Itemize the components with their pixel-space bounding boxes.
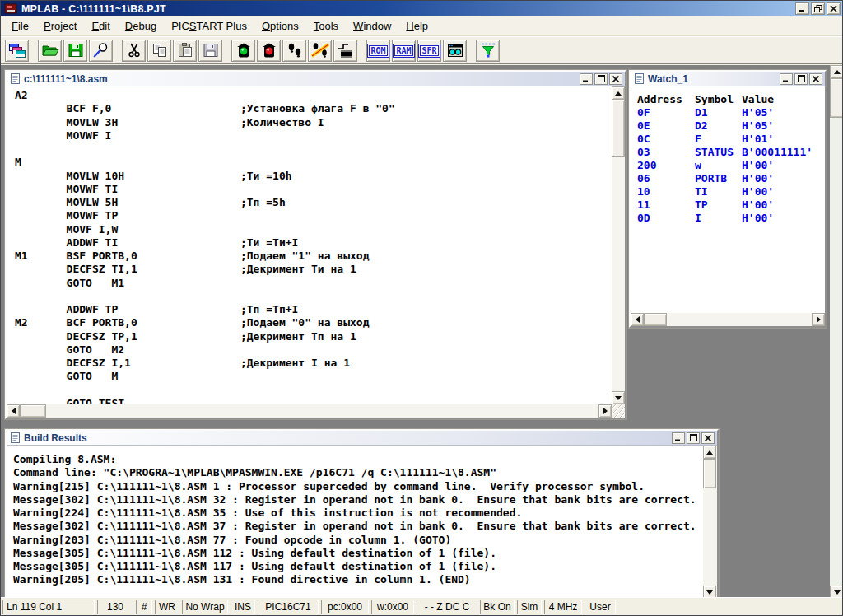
menu-item[interactable]: PICSTART Plus <box>164 17 254 35</box>
sfr-window-button[interactable]: SFR <box>417 40 441 62</box>
scrollbar-thumb[interactable] <box>703 459 716 488</box>
build-title-bar[interactable]: Build Results <box>7 431 717 446</box>
column-header-symbol: Symbol <box>695 93 742 106</box>
menu-item[interactable]: Edit <box>84 17 117 35</box>
scroll-up-button[interactable] <box>830 65 843 78</box>
menu-item[interactable]: Help <box>398 17 435 35</box>
watch-header-row: Address Symbol Value <box>637 93 825 106</box>
cascade-windows-button[interactable] <box>5 40 29 62</box>
scroll-left-button[interactable] <box>7 404 20 418</box>
watch-value: H'00' <box>742 198 774 212</box>
code-editor[interactable]: A2 BCF F,0 ;Установка флага F в "0" MOVL… <box>7 86 612 404</box>
editor-vertical-scrollbar[interactable] <box>612 86 625 404</box>
close-button[interactable] <box>827 2 841 15</box>
watch-row[interactable]: 0F D1 H'05' <box>637 106 825 119</box>
build-window-title: Build Results <box>24 432 668 444</box>
filter-trace-button[interactable] <box>476 40 500 62</box>
open-file-button[interactable] <box>38 40 62 62</box>
minimize-button[interactable] <box>580 73 593 85</box>
editor-horizontal-scrollbar[interactable] <box>7 404 612 418</box>
menu-item[interactable]: File <box>4 17 36 35</box>
document-icon <box>634 72 645 85</box>
find-button[interactable] <box>89 40 113 62</box>
maximize-button[interactable] <box>794 73 808 85</box>
watch-row[interactable]: 06 PORTB H'00' <box>637 172 825 185</box>
menu-item[interactable]: Project <box>36 17 84 35</box>
copy-button[interactable] <box>147 40 171 62</box>
watch-address: 03 <box>637 146 695 159</box>
watch-window-button[interactable] <box>443 40 467 62</box>
cut-button[interactable] <box>122 40 146 62</box>
scroll-up-button[interactable] <box>703 446 716 459</box>
watch-title-bar[interactable]: Watch_1 <box>631 72 825 86</box>
watch-row[interactable]: 200 w H'00' <box>637 159 825 172</box>
magnifier-icon <box>92 42 110 58</box>
status-cell: # <box>136 600 152 614</box>
maximize-button[interactable] <box>594 73 608 85</box>
save-floppy-icon <box>67 42 85 58</box>
scrollbar-thumb[interactable] <box>20 404 46 418</box>
reset-button[interactable] <box>333 40 357 62</box>
run-button[interactable] <box>231 40 255 62</box>
build-vertical-scrollbar[interactable] <box>703 446 717 599</box>
watch-row[interactable]: 0D I H'00' <box>637 212 825 225</box>
status-cell: 4 MHz <box>544 600 582 614</box>
build-output[interactable]: Compiling 8.ASM: Command line: "C:\PROGR… <box>7 446 703 599</box>
watch-horizontal-scrollbar[interactable] <box>631 313 825 326</box>
down-arrow-icon <box>834 590 841 595</box>
step-over-button[interactable] <box>308 40 332 62</box>
watch-row[interactable]: 0E D2 H'05' <box>637 119 825 133</box>
editor-title-bar[interactable]: c:\111111~1\8.asm <box>7 72 625 86</box>
mdi-vertical-scrollbar[interactable] <box>830 65 843 599</box>
scroll-down-button[interactable] <box>612 391 625 404</box>
watch-address: 200 <box>637 159 695 172</box>
build-results-window: Build Results Compiling 8.ASM: Command l… <box>5 429 719 599</box>
minimize-icon <box>799 5 806 12</box>
resize-grip[interactable] <box>612 404 625 418</box>
main-title-bar[interactable]: MPLAB - C:\111111~1\B8.PJT <box>1 1 842 16</box>
save-all-floppy-icon <box>202 42 220 58</box>
scroll-right-button[interactable] <box>598 404 612 418</box>
restore-button[interactable] <box>811 2 825 15</box>
watch-row[interactable]: 03 STATUS B'00011111' <box>637 146 825 159</box>
maximize-button[interactable] <box>687 432 700 444</box>
menu-item[interactable]: Window <box>346 17 398 35</box>
paste-icon <box>176 42 194 58</box>
scroll-left-button[interactable] <box>631 313 644 326</box>
step-into-button[interactable] <box>282 40 306 62</box>
rom-window-button[interactable]: ROM <box>366 40 390 62</box>
scroll-up-button[interactable] <box>612 86 625 100</box>
minimize-button[interactable] <box>672 432 685 444</box>
watch-row[interactable]: 10 TI H'00' <box>637 185 825 198</box>
close-icon <box>612 76 619 82</box>
watch-symbol: STATUS <box>695 146 742 159</box>
ram-window-button[interactable]: RAM <box>392 40 416 62</box>
editor-window-title: c:\111111~1\8.asm <box>24 73 576 85</box>
watch-row[interactable]: 0C F H'01' <box>637 133 825 146</box>
watch-symbol: I <box>695 212 742 225</box>
watch-table: Address Symbol Value 0F D1 H'05' 0E <box>631 86 825 225</box>
minimize-icon <box>583 76 589 82</box>
scroll-right-button[interactable] <box>812 313 825 326</box>
menu-item[interactable]: Debug <box>118 17 164 35</box>
scrollbar-thumb[interactable] <box>644 313 667 326</box>
save-all-button[interactable] <box>198 40 222 62</box>
watch-symbol: TI <box>695 185 742 198</box>
close-button[interactable] <box>701 432 715 444</box>
scrollbar-thumb[interactable] <box>830 78 843 118</box>
watch-row[interactable]: 11 TP H'00' <box>637 198 825 212</box>
watch-symbol: F <box>695 133 742 146</box>
minimize-button[interactable] <box>780 73 793 85</box>
close-button[interactable] <box>609 73 622 85</box>
left-arrow-icon <box>12 408 16 414</box>
close-button[interactable] <box>809 73 822 85</box>
status-cell: PIC16C71 <box>258 600 319 614</box>
column-header-value: Value <box>742 93 774 106</box>
menu-item[interactable]: Options <box>254 17 306 35</box>
menu-item[interactable]: Tools <box>306 17 346 35</box>
save-file-button[interactable] <box>63 40 87 62</box>
scrollbar-thumb[interactable] <box>612 100 625 157</box>
paste-button[interactable] <box>173 40 197 62</box>
halt-button[interactable] <box>257 40 281 62</box>
minimize-button[interactable] <box>795 2 809 15</box>
